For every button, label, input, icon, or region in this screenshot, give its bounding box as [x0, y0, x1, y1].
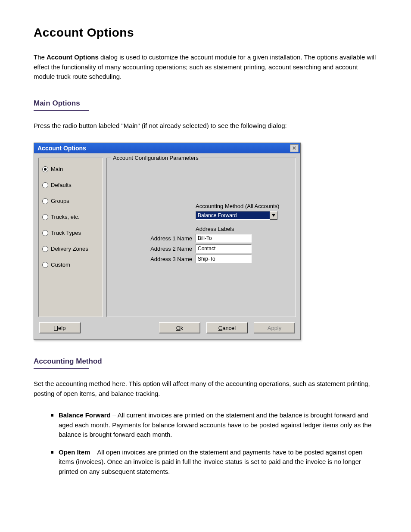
- radio-groups[interactable]: Groups: [42, 198, 99, 204]
- dialog-button-row: Help Ok Cancel Apply: [34, 319, 300, 339]
- intro-paragraph: The Account Options dialog is used to cu…: [34, 53, 377, 82]
- address-labels-heading: Address Labels: [196, 226, 285, 232]
- help-button[interactable]: Help: [39, 322, 81, 333]
- radio-defaults[interactable]: Defaults: [42, 182, 99, 188]
- radio-trucks-etc[interactable]: Trucks, etc.: [42, 214, 99, 220]
- radio-label: Defaults: [51, 182, 72, 188]
- radio-label: Custom: [51, 261, 70, 268]
- section-underline: [34, 368, 89, 369]
- radio-label: Trucks, etc.: [51, 214, 80, 220]
- bullet-strong: Open Item: [59, 448, 90, 456]
- accounting-method-label: Accounting Method (All Accounts): [196, 203, 285, 209]
- radio-icon: [42, 262, 48, 268]
- radio-truck-types[interactable]: Truck Types: [42, 230, 99, 236]
- dropdown-button[interactable]: [270, 211, 277, 220]
- list-item: Balance Forward – All current invoices a…: [51, 411, 377, 440]
- bullet-icon: [51, 414, 53, 417]
- groupbox-parameters: Account Configuration Parameters Account…: [106, 158, 296, 317]
- radio-label: Groups: [51, 198, 69, 204]
- intro-prefix: The: [34, 53, 47, 61]
- dialog-title: Account Options: [37, 145, 86, 152]
- radio-custom[interactable]: Custom: [42, 261, 99, 268]
- section-body-accounting-method: Set the accounting method here. This opt…: [34, 379, 377, 398]
- radio-icon: [42, 230, 48, 236]
- intro-strong: Account Options: [47, 53, 99, 61]
- accounting-method-select[interactable]: Balance Forward: [196, 211, 277, 220]
- btn-post: k: [181, 325, 184, 331]
- chevron-down-icon: [272, 214, 275, 217]
- bullet-rest: – All open invoices are printed on the s…: [59, 448, 362, 475]
- address2-input[interactable]: [196, 244, 252, 253]
- section-body-main: Press the radio button labeled "Main" (i…: [34, 121, 377, 131]
- radio-label: Main: [51, 166, 63, 172]
- ok-button[interactable]: Ok: [159, 322, 200, 333]
- address3-label: Address 3 Name: [137, 256, 192, 262]
- bullet-list: Balance Forward – All current invoices a…: [51, 411, 377, 476]
- list-item: Open Item – All open invoices are printe…: [51, 448, 377, 477]
- account-options-dialog: Account Options ✕ Main Defaults Groups: [34, 143, 301, 340]
- svg-marker-0: [272, 214, 275, 217]
- bullet-strong: Balance Forward: [59, 411, 111, 419]
- section-heading-accounting-method: Accounting Method: [34, 357, 377, 366]
- radio-label: Truck Types: [51, 230, 81, 236]
- btn-mnemonic: O: [176, 325, 181, 331]
- radio-icon: [42, 214, 48, 220]
- groupbox-legend: Account Configuration Parameters: [111, 155, 200, 161]
- bullet-icon: [51, 451, 53, 454]
- radio-icon: [42, 182, 48, 188]
- close-button[interactable]: ✕: [290, 144, 299, 152]
- section-heading-main: Main Options: [34, 99, 377, 108]
- btn-post: ancel: [222, 325, 236, 331]
- radio-icon: [42, 246, 48, 252]
- close-icon: ✕: [292, 146, 296, 151]
- radio-icon: [42, 166, 48, 172]
- address1-input[interactable]: [196, 234, 252, 243]
- radio-delivery-zones[interactable]: Delivery Zones: [42, 246, 99, 252]
- side-panel: Main Defaults Groups Trucks, etc. Truck …: [38, 158, 103, 317]
- page-title: Account Options: [34, 26, 377, 40]
- btn-post: elp: [58, 325, 65, 331]
- radio-main[interactable]: Main: [42, 166, 99, 172]
- radio-icon: [42, 198, 48, 204]
- cancel-button[interactable]: Cancel: [206, 322, 248, 333]
- apply-button[interactable]: Apply: [254, 322, 295, 333]
- radio-label: Delivery Zones: [51, 246, 88, 252]
- section-underline: [34, 110, 89, 111]
- btn-mnemonic: C: [218, 325, 222, 331]
- address2-label: Address 2 Name: [137, 246, 192, 252]
- titlebar: Account Options ✕: [34, 143, 300, 153]
- address3-input[interactable]: [196, 255, 252, 263]
- btn-mnemonic: H: [54, 325, 58, 331]
- accounting-method-value: Balance Forward: [196, 211, 270, 220]
- address1-label: Address 1 Name: [137, 235, 192, 242]
